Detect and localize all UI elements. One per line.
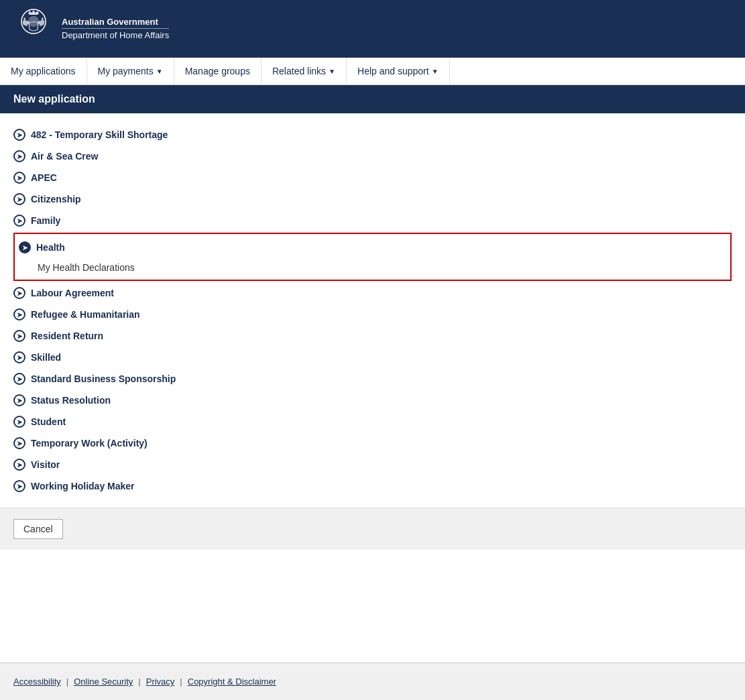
footer-link-accessibility[interactable]: Accessibility — [13, 677, 61, 687]
footer-separator-3: | — [180, 677, 182, 687]
chevron-down-icon: ▼ — [156, 68, 163, 75]
collapse-icon: ➤ — [19, 241, 31, 253]
expand-icon: ➤ — [13, 437, 25, 449]
list-item-citizenship[interactable]: ➤ Citizenship — [13, 188, 732, 210]
list-item-temporary-work[interactable]: ➤ Temporary Work (Activity) — [13, 432, 732, 454]
svg-rect-3 — [17, 38, 50, 53]
cancel-button[interactable]: Cancel — [13, 519, 63, 539]
list-item-resident-return[interactable]: ➤ Resident Return — [13, 325, 732, 347]
page-footer: Accessibility | Online Security | Privac… — [0, 662, 745, 700]
list-item-health[interactable]: ➤ Health — [15, 237, 730, 258]
footer-separator-1: | — [66, 677, 68, 687]
expand-icon: ➤ — [13, 480, 25, 492]
list-item-visitor[interactable]: ➤ Visitor — [13, 454, 732, 475]
expand-icon: ➤ — [13, 172, 25, 184]
expand-icon: ➤ — [13, 330, 25, 342]
expand-icon: ➤ — [13, 129, 25, 141]
expand-icon: ➤ — [13, 416, 25, 428]
expand-icon: ➤ — [13, 351, 25, 363]
list-item-standard-business-sponsorship[interactable]: ➤ Standard Business Sponsorship — [13, 368, 732, 390]
footer-link-copyright-disclaimer[interactable]: Copyright & Disclaimer — [188, 677, 276, 687]
expand-icon: ➤ — [13, 287, 25, 299]
expand-icon: ➤ — [13, 459, 25, 471]
footer-separator-2: | — [138, 677, 140, 687]
new-application-heading: New application — [0, 85, 745, 113]
footer-link-privacy[interactable]: Privacy — [146, 677, 175, 687]
chevron-down-icon: ▼ — [432, 68, 439, 75]
list-item-family[interactable]: ➤ Family — [13, 210, 732, 231]
expand-icon: ➤ — [13, 215, 25, 227]
expand-icon: ➤ — [13, 308, 25, 320]
list-item-refugee[interactable]: ➤ Refugee & Humanitarian — [13, 304, 732, 325]
list-item-482[interactable]: ➤ 482 - Temporary Skill Shortage — [13, 124, 732, 145]
department-name: Department of Home Affairs — [62, 28, 169, 40]
list-item-apec[interactable]: ➤ APEC — [13, 167, 732, 188]
nav-related-links[interactable]: Related links ▼ — [262, 58, 347, 84]
list-item-air-sea-crew[interactable]: ➤ Air & Sea Crew — [13, 145, 732, 167]
expand-icon: ➤ — [13, 394, 25, 406]
sub-item-my-health-declarations[interactable]: My Health Declarations — [15, 258, 730, 277]
list-item-labour-agreement[interactable]: ➤ Labour Agreement — [13, 282, 732, 304]
page-header: ★ ★ ★ Australian Government Department o… — [0, 0, 745, 58]
nav-manage-groups[interactable]: Manage groups — [174, 58, 262, 84]
government-name: Australian Government — [62, 17, 169, 27]
list-item-skilled[interactable]: ➤ Skilled — [13, 347, 732, 368]
list-item-student[interactable]: ➤ Student — [13, 411, 732, 432]
nav-my-applications[interactable]: My applications — [0, 58, 87, 84]
chevron-down-icon: ▼ — [329, 68, 335, 75]
expand-icon: ➤ — [13, 373, 25, 385]
nav-help-and-support[interactable]: Help and support ▼ — [347, 58, 450, 84]
nav-my-payments[interactable]: My payments ▼ — [87, 58, 174, 84]
government-crest: ★ ★ ★ — [13, 8, 54, 48]
list-item-working-holiday-maker[interactable]: ➤ Working Holiday Maker — [13, 475, 732, 497]
header-text-block: Australian Government Department of Home… — [62, 17, 169, 40]
expand-icon: ➤ — [13, 150, 25, 162]
main-content: New application ➤ 482 - Temporary Skill … — [0, 85, 745, 662]
main-navbar: My applications My payments ▼ Manage gro… — [0, 58, 745, 85]
list-item-status-resolution[interactable]: ➤ Status Resolution — [13, 390, 732, 411]
application-list: ➤ 482 - Temporary Skill Shortage ➤ Air &… — [0, 113, 745, 508]
health-section-expanded: ➤ Health My Health Declarations — [13, 233, 732, 281]
footer-link-online-security[interactable]: Online Security — [74, 677, 133, 687]
expand-icon: ➤ — [13, 193, 25, 205]
action-area: Cancel — [0, 508, 745, 550]
